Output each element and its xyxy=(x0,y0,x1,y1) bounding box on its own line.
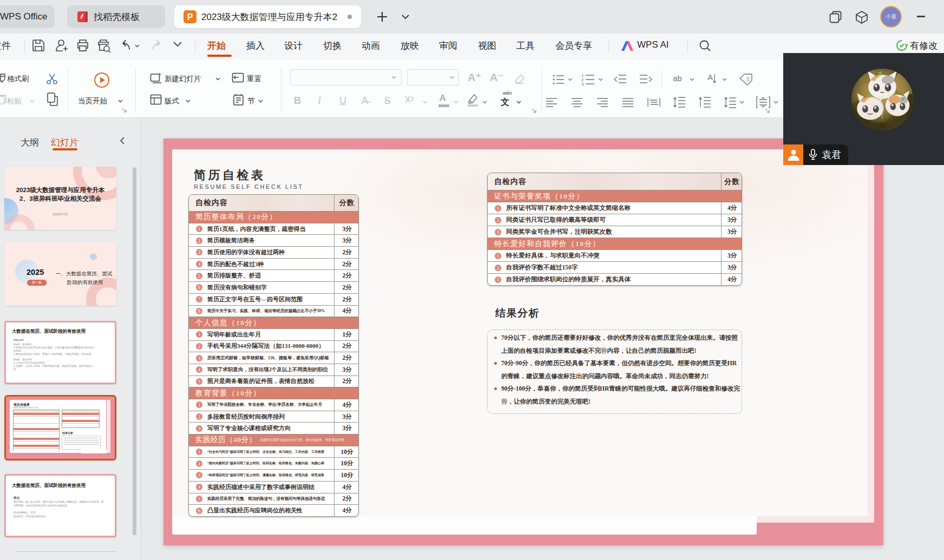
svg-text:み よ: み よ xyxy=(867,114,878,120)
svg-text:A: A xyxy=(707,73,713,82)
svg-text:3: 3 xyxy=(581,82,584,86)
svg-text:P: P xyxy=(187,12,193,22)
